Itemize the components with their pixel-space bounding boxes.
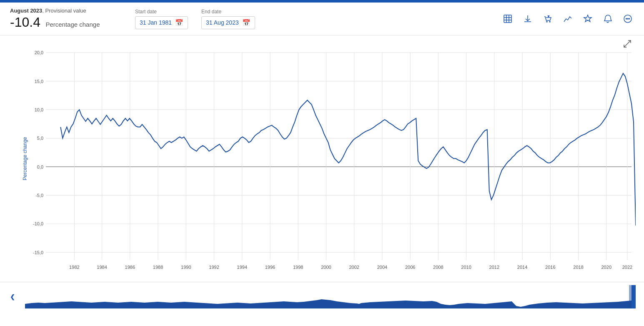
end-date-calendar-icon: 📅 (242, 19, 251, 27)
start-date-value: 31 Jan 1981 (140, 19, 172, 26)
end-date-value: 31 Aug 2023 (206, 19, 239, 26)
svg-text:1992: 1992 (209, 265, 219, 270)
chart-container: Percentage change 20,0 15,0 10,0 5,0 0,0… (0, 35, 644, 282)
end-date-label: End date (201, 9, 255, 15)
svg-text:-10,0: -10,0 (33, 221, 43, 226)
svg-text:2000: 2000 (321, 265, 331, 270)
svg-text:1990: 1990 (181, 265, 191, 270)
svg-text:2010: 2010 (461, 265, 471, 270)
start-date-label: Start date (135, 9, 188, 15)
download-button[interactable] (521, 13, 534, 25)
start-date-calendar-icon: 📅 (175, 19, 183, 27)
main-chart-svg: 20,0 15,0 10,0 5,0 0,0 -5,0 -10,0 -15,0 … (25, 40, 636, 282)
svg-text:2016: 2016 (545, 265, 556, 270)
svg-text:-5,0: -5,0 (35, 193, 43, 198)
minimap: ❮ ❯ (0, 282, 644, 311)
svg-text:10,0: 10,0 (35, 107, 43, 112)
alert-button[interactable] (601, 13, 614, 25)
minimap-nav-right[interactable]: ❯ (631, 293, 636, 300)
svg-text:-15,0: -15,0 (33, 250, 43, 255)
svg-text:5,0: 5,0 (37, 136, 43, 141)
svg-text:1994: 1994 (237, 265, 248, 270)
svg-text:1984: 1984 (97, 265, 107, 270)
start-date-field: Start date 31 Jan 1981 📅 (135, 9, 188, 29)
svg-point-5 (546, 21, 547, 22)
svg-rect-0 (504, 15, 511, 23)
svg-text:20,0: 20,0 (35, 50, 43, 55)
svg-text:2018: 2018 (573, 265, 584, 270)
date-label-bold: August 2023 (10, 8, 42, 14)
end-date-field: End date 31 Aug 2023 📅 (201, 9, 255, 29)
expand-button[interactable] (623, 40, 631, 50)
svg-text:2020: 2020 (601, 265, 611, 270)
svg-text:1996: 1996 (265, 265, 276, 270)
minimap-chart (25, 285, 636, 308)
date-label-suffix: , Provisional value (42, 8, 86, 14)
svg-point-6 (549, 21, 550, 22)
svg-text:15,0: 15,0 (35, 78, 43, 83)
date-controls: Start date 31 Jan 1981 📅 End date 31 Aug… (135, 9, 255, 29)
main-value: -10.4 (10, 15, 40, 30)
header: August 2023, Provisional value -10.4 Per… (0, 3, 644, 35)
start-date-input[interactable]: 31 Jan 1981 📅 (135, 16, 188, 29)
svg-text:2008: 2008 (433, 265, 444, 270)
svg-text:2004: 2004 (377, 265, 388, 270)
provisional-date-label: August 2023, Provisional value (10, 8, 118, 14)
svg-text:1988: 1988 (153, 265, 163, 270)
end-date-input[interactable]: 31 Aug 2023 📅 (201, 16, 255, 29)
svg-text:1986: 1986 (125, 265, 135, 270)
svg-text:2006: 2006 (405, 265, 416, 270)
minimap-svg (25, 285, 636, 308)
minimap-nav-left[interactable]: ❮ (10, 293, 15, 300)
svg-text:0,0: 0,0 (37, 164, 43, 169)
value-row: -10.4 Percentage change (10, 15, 118, 30)
svg-text:2014: 2014 (517, 265, 528, 270)
minimap-area (25, 299, 636, 308)
svg-point-8 (626, 18, 627, 19)
svg-text:2022: 2022 (622, 265, 633, 270)
basket-button[interactable] (541, 13, 554, 25)
svg-point-10 (629, 18, 630, 19)
svg-point-9 (627, 18, 628, 19)
svg-text:2012: 2012 (489, 265, 500, 270)
more-options-button[interactable] (621, 13, 634, 25)
svg-text:1982: 1982 (69, 265, 80, 270)
line-chart-button[interactable] (561, 13, 574, 25)
chart-line (60, 73, 636, 226)
header-left: August 2023, Provisional value -10.4 Per… (10, 8, 118, 30)
table-view-button[interactable] (501, 13, 514, 25)
favourite-button[interactable] (581, 13, 594, 25)
svg-text:2002: 2002 (349, 265, 359, 270)
value-unit: Percentage change (45, 21, 100, 28)
svg-text:1998: 1998 (293, 265, 303, 270)
toolbar (501, 13, 634, 25)
y-axis-label: Percentage change (22, 137, 28, 180)
